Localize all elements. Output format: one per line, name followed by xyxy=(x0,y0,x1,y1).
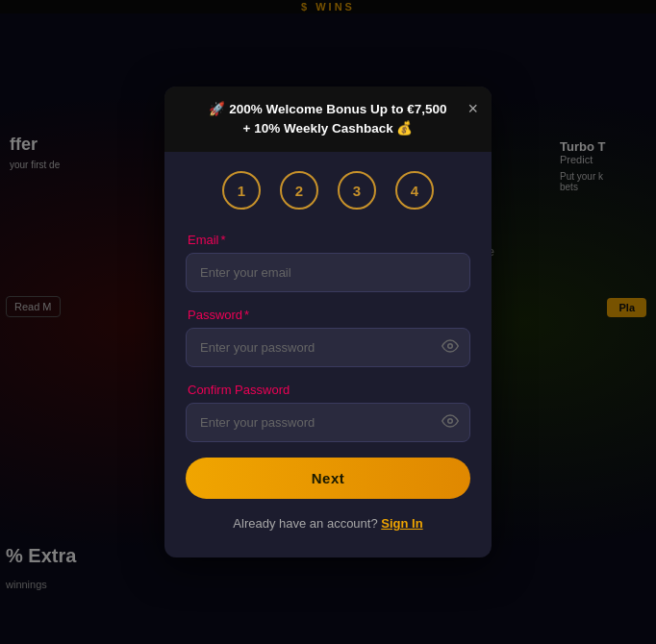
email-required-star: * xyxy=(221,233,226,247)
svg-point-0 xyxy=(448,344,453,349)
modal-banner: 🚀 200% Welcome Bonus Up to €7,500 + 10% … xyxy=(164,87,492,153)
registration-form: Email* Password* Confirm Pas xyxy=(164,233,492,442)
email-input-wrap xyxy=(186,253,470,292)
step-4-number: 4 xyxy=(411,183,418,199)
rocket-emoji: 🚀 xyxy=(209,102,229,116)
signin-text: Already have an account? xyxy=(233,516,377,531)
signin-link[interactable]: Sign In xyxy=(381,516,422,531)
email-input[interactable] xyxy=(186,253,470,292)
confirm-password-input-wrap xyxy=(186,403,470,442)
password-toggle-icon[interactable] xyxy=(442,337,459,359)
banner-line2: + 10% Weekly Cashback 💰 xyxy=(184,119,472,138)
step-1: 1 xyxy=(222,171,261,210)
password-label: Password* xyxy=(186,308,470,322)
step-2-number: 2 xyxy=(295,183,303,199)
banner-text1: 200% Welcome Bonus Up to €7,500 xyxy=(229,102,446,116)
step-3-number: 3 xyxy=(353,183,361,199)
step-4: 4 xyxy=(395,171,434,210)
registration-modal: × 🚀 200% Welcome Bonus Up to €7,500 + 10… xyxy=(164,87,492,558)
close-button[interactable]: × xyxy=(467,100,478,117)
signin-row: Already have an account? Sign In xyxy=(164,516,492,531)
confirm-password-label: Confirm Password xyxy=(186,383,470,397)
registration-steps: 1 2 3 4 xyxy=(164,171,492,210)
step-3: 3 xyxy=(338,171,376,210)
password-input[interactable] xyxy=(186,328,470,367)
confirm-password-toggle-icon[interactable] xyxy=(442,412,459,433)
password-input-wrap xyxy=(186,328,470,367)
confirm-password-input[interactable] xyxy=(186,403,470,442)
password-required-star: * xyxy=(244,308,249,322)
svg-point-1 xyxy=(448,419,453,424)
banner-line1: 🚀 200% Welcome Bonus Up to €7,500 xyxy=(184,100,472,119)
email-label: Email* xyxy=(186,233,470,247)
step-2: 2 xyxy=(280,171,318,210)
modal-backdrop: × 🚀 200% Welcome Bonus Up to €7,500 + 10… xyxy=(0,0,656,644)
step-1-number: 1 xyxy=(238,183,245,199)
next-button[interactable]: Next xyxy=(186,458,470,499)
